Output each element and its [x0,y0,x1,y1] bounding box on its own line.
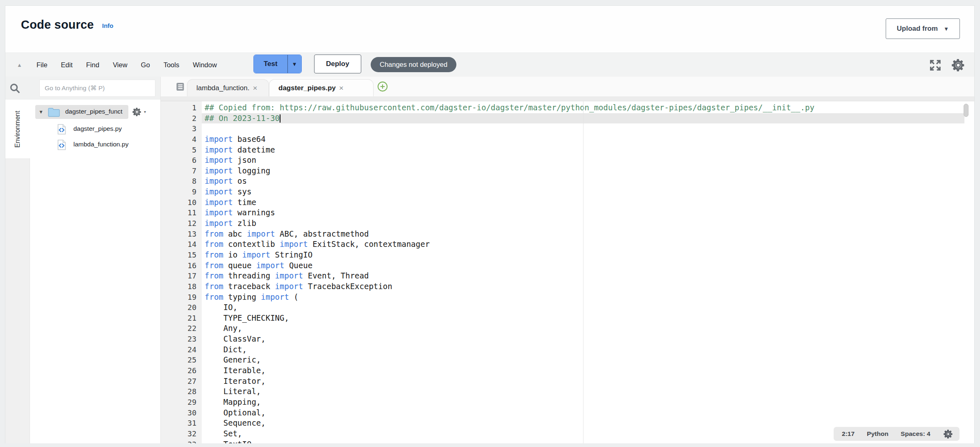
line-number[interactable]: 22 [161,323,202,334]
test-dropdown-button[interactable]: ▼ [287,55,301,73]
line-number[interactable]: 11 [161,208,202,218]
line-number[interactable]: 7 [161,166,202,176]
code-line[interactable]: from io import StringIO [205,250,974,260]
line-number[interactable]: 17 [161,271,202,281]
line-number[interactable]: 33 [161,439,202,444]
settings-gear-icon[interactable] [950,57,966,73]
tab-list-icon[interactable] [175,81,186,92]
menu-item-tools[interactable]: Tools [164,61,180,69]
upload-from-button[interactable]: Upload from ▼ [886,18,960,39]
code-line[interactable]: from contextlib import ExitStack, contex… [205,239,974,250]
close-tab-icon[interactable]: × [339,84,344,92]
new-tab-icon[interactable] [377,81,388,92]
menu-item-find[interactable]: Find [86,61,99,69]
line-number[interactable]: 2 [161,113,202,124]
code-line[interactable]: IO, [205,302,974,313]
line-number[interactable]: 31 [161,418,202,429]
line-number[interactable]: 21 [161,313,202,324]
code-line[interactable]: import zlib [205,218,974,229]
code-line[interactable]: ## On 2023-11-30 [205,113,974,124]
code-line[interactable]: from queue import Queue [205,260,974,271]
line-number[interactable]: 29 [161,397,202,408]
code-line[interactable]: import time [205,197,974,208]
statusbar-gear-icon[interactable] [943,429,954,440]
code-line[interactable]: import logging [205,166,974,176]
tab-lambda-function[interactable]: lambda_function. × [187,79,269,96]
line-number[interactable]: 28 [161,386,202,397]
menu-item-window[interactable]: Window [193,61,217,69]
tab-dagster-pipes[interactable]: dagster_pipes.py × [269,79,374,96]
code-line[interactable]: from traceback import TracebackException [205,281,974,292]
menu-item-go[interactable]: Go [141,61,150,69]
line-number[interactable]: 9 [161,187,202,197]
line-number[interactable]: 15 [161,250,202,260]
code-content[interactable]: ## Copied from: https://raw.githubuserco… [202,101,974,443]
indent-setting[interactable]: Spaces: 4 [901,430,930,438]
tree-file-row[interactable]: dagster_pipes.py [30,121,160,137]
code-line[interactable]: Dict, [205,344,974,355]
code-line[interactable]: import datetime [205,145,974,155]
code-line[interactable]: TYPE_CHECKING, [205,313,974,324]
line-number[interactable]: 27 [161,376,202,387]
code-line[interactable]: ClassVar, [205,334,974,344]
line-number[interactable]: 6 [161,155,202,166]
code-line[interactable] [205,123,974,134]
line-number[interactable]: 20 [161,302,202,313]
code-line[interactable]: Generic, [205,355,974,365]
tree-file-row[interactable]: lambda_function.py [30,137,160,153]
line-number[interactable]: 16 [161,260,202,271]
deploy-button[interactable]: Deploy [314,55,361,73]
test-button[interactable]: Test [254,55,287,73]
line-number[interactable]: 3 [161,123,202,134]
code-line[interactable]: ## Copied from: https://raw.githubuserco… [205,103,974,113]
close-tab-icon[interactable]: × [253,84,257,92]
line-number[interactable]: 12 [161,218,202,229]
line-number[interactable]: 24 [161,344,202,355]
line-number[interactable]: 23 [161,334,202,344]
code-line[interactable]: from typing import ( [205,292,974,303]
menu-item-file[interactable]: File [36,61,48,69]
line-number[interactable]: 18 [161,281,202,292]
line-number[interactable]: 26 [161,365,202,376]
vertical-scrollbar[interactable] [964,104,969,117]
line-number[interactable]: 1 [161,103,202,113]
code-line[interactable]: from abc import ABC, abstractmethod [205,229,974,239]
tree-folder-row[interactable]: ▼ dagster_pipes_funct ▾ [30,105,160,119]
menu-item-view[interactable]: View [113,61,127,69]
language-mode[interactable]: Python [867,430,889,438]
line-number[interactable]: 4 [161,134,202,145]
code-line[interactable]: Mapping, [205,397,974,408]
code-line[interactable]: from threading import Event, Thread [205,271,974,281]
line-number[interactable]: 14 [161,239,202,250]
code-line[interactable]: import os [205,176,974,187]
tree-settings-gear-icon[interactable]: ▾ [132,107,146,117]
line-number[interactable]: 5 [161,145,202,155]
code-line[interactable]: import warnings [205,208,974,218]
code-line[interactable]: import base64 [205,134,974,145]
collapse-panel-icon[interactable]: ▲ [17,62,22,68]
code-line[interactable]: Iterator, [205,376,974,387]
chevron-down-icon: ▼ [292,62,297,67]
line-number[interactable]: 19 [161,292,202,303]
code-line[interactable]: Literal, [205,386,974,397]
line-number[interactable]: 8 [161,176,202,187]
fullscreen-icon[interactable] [929,59,941,71]
code-line[interactable]: import json [205,155,974,166]
code-line[interactable]: Iterable, [205,365,974,376]
line-number[interactable]: 13 [161,229,202,239]
line-number-gutter[interactable]: 1234567891011121314151617181920212223242… [161,101,202,443]
code-line[interactable]: import sys [205,187,974,197]
environment-tab[interactable]: Environment [5,100,30,158]
line-number[interactable]: 25 [161,355,202,365]
goto-anything-input[interactable] [39,80,155,97]
code-line[interactable]: Any, [205,323,974,334]
line-number[interactable]: 30 [161,408,202,418]
chevron-down-icon[interactable]: ▼ [39,109,43,115]
code-editor[interactable]: 1234567891011121314151617181920212223242… [161,101,974,443]
info-link[interactable]: Info [102,22,114,29]
menu-item-edit[interactable]: Edit [61,61,73,69]
code-line[interactable]: Optional, [205,408,974,418]
cursor-position[interactable]: 2:17 [842,430,855,438]
line-number[interactable]: 10 [161,197,202,208]
line-number[interactable]: 32 [161,429,202,439]
